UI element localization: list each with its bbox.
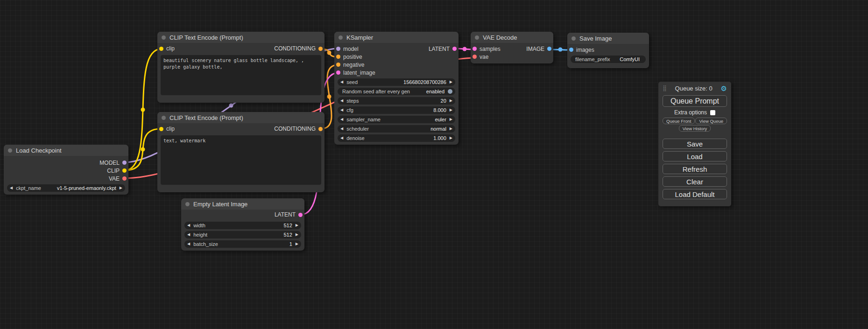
node-save-image[interactable]: Save Image images filename_prefix ComfyU… [567, 33, 649, 68]
output-slot-vae[interactable]: VAE [109, 175, 128, 182]
queue-front-button[interactable]: Queue Front [663, 118, 695, 124]
socket-negative-input[interactable] [336, 63, 340, 67]
socket-clip-input[interactable] [159, 47, 163, 51]
socket-vae-output[interactable] [122, 176, 127, 181]
socket-vae-input[interactable] [473, 55, 477, 59]
widget-width[interactable]: ◀ width 512 ▶ [184, 222, 301, 229]
increment-arrow-icon[interactable]: ▶ [120, 186, 122, 190]
decrement-arrow-icon[interactable]: ◀ [340, 118, 343, 121]
socket-clip-output[interactable] [122, 168, 127, 173]
collapse-dot[interactable] [339, 35, 343, 40]
input-slot-samples[interactable]: samples [471, 46, 501, 52]
increment-arrow-icon[interactable]: ▶ [296, 224, 298, 227]
increment-arrow-icon[interactable]: ▶ [450, 136, 452, 140]
node-graph-canvas[interactable]: Load Checkpoint MODEL CLIP VAE [0, 0, 868, 329]
input-slot-negative[interactable]: negative [334, 62, 364, 68]
decrement-arrow-icon[interactable]: ◀ [340, 99, 343, 103]
input-slot-vae[interactable]: vae [471, 54, 488, 60]
output-slot-conditioning[interactable]: CONDITIONING [274, 126, 325, 132]
input-slot-clip[interactable]: clip [157, 126, 175, 132]
output-slot-model[interactable]: MODEL [99, 160, 128, 166]
queue-prompt-button[interactable]: Queue Prompt [663, 95, 727, 107]
input-slot-clip[interactable]: clip [157, 45, 175, 52]
output-slot-latent[interactable]: LATENT [275, 211, 304, 218]
input-slot-positive[interactable]: positive [334, 54, 362, 60]
widget-ckpt-name[interactable]: ◀ ckpt_name v1-5-pruned-emaonly.ckpt ▶ [7, 184, 125, 192]
view-history-button[interactable]: View History [679, 125, 711, 132]
socket-conditioning-output[interactable] [318, 47, 323, 51]
decrement-arrow-icon[interactable]: ◀ [10, 186, 13, 190]
collapse-dot[interactable] [475, 35, 479, 40]
extra-options-checkbox[interactable] [710, 110, 715, 115]
refresh-button[interactable]: Refresh [663, 164, 727, 174]
node-title-bar[interactable]: CLIP Text Encode (Prompt) [157, 112, 325, 123]
collapse-dot[interactable] [572, 36, 576, 41]
decrement-arrow-icon[interactable]: ◀ [187, 233, 190, 237]
drag-handle-icon[interactable]: ⣿ [663, 85, 667, 91]
node-title-bar[interactable]: KSampler [334, 32, 459, 43]
widget-steps[interactable]: ◀ steps 20 ▶ [338, 97, 455, 105]
decrement-arrow-icon[interactable]: ◀ [340, 136, 343, 140]
socket-latent-output[interactable] [452, 47, 457, 51]
socket-latent-output[interactable] [298, 213, 303, 217]
load-default-button[interactable]: Load Default [663, 189, 727, 199]
node-empty-latent-image[interactable]: Empty Latent Image LATENT ◀ width 512 ▶ … [181, 198, 304, 251]
prompt-textarea[interactable]: beautiful scenery nature glass bottle la… [161, 55, 321, 95]
prompt-textarea[interactable]: text, watermark [161, 135, 321, 185]
socket-images-input[interactable] [569, 48, 573, 52]
node-title-bar[interactable]: Load Checkpoint [4, 145, 128, 156]
input-slot-latent-image[interactable]: latent_image [334, 70, 375, 76]
node-title-bar[interactable]: VAE Decode [471, 32, 553, 43]
increment-arrow-icon[interactable]: ▶ [296, 242, 298, 246]
socket-clip-input[interactable] [159, 127, 163, 131]
widget-seed[interactable]: ◀ seed 156680208700286 ▶ [338, 78, 455, 86]
increment-arrow-icon[interactable]: ▶ [450, 99, 452, 103]
collapse-dot[interactable] [185, 202, 190, 206]
socket-conditioning-output[interactable] [318, 127, 323, 131]
socket-model-output[interactable] [122, 161, 127, 165]
node-title-bar[interactable]: Save Image [567, 33, 649, 44]
toggle-indicator[interactable] [448, 89, 452, 94]
node-clip-text-encode-negative[interactable]: CLIP Text Encode (Prompt) clip CONDITION… [157, 112, 325, 192]
socket-samples-input[interactable] [473, 47, 477, 51]
widget-denoise[interactable]: ◀ denoise 1.000 ▶ [338, 134, 455, 142]
increment-arrow-icon[interactable]: ▶ [450, 108, 452, 112]
node-vae-decode[interactable]: VAE Decode samples IMAGE vae [471, 32, 553, 63]
output-slot-image[interactable]: IMAGE [526, 46, 553, 52]
output-slot-clip[interactable]: CLIP [107, 168, 128, 174]
collapse-dot[interactable] [162, 35, 166, 40]
widget-filename-prefix[interactable]: filename_prefix ComfyUI [571, 56, 646, 63]
clear-button[interactable]: Clear [663, 176, 727, 187]
node-title-bar[interactable]: CLIP Text Encode (Prompt) [157, 32, 325, 43]
decrement-arrow-icon[interactable]: ◀ [187, 224, 190, 227]
increment-arrow-icon[interactable]: ▶ [450, 80, 452, 84]
increment-arrow-icon[interactable]: ▶ [450, 118, 452, 121]
load-button[interactable]: Load [663, 151, 727, 161]
node-load-checkpoint[interactable]: Load Checkpoint MODEL CLIP VAE [4, 145, 128, 195]
widget-cfg[interactable]: ◀ cfg 8.000 ▶ [338, 106, 455, 114]
socket-positive-input[interactable] [336, 55, 340, 59]
settings-gear-icon[interactable]: ⚙ [721, 85, 727, 92]
socket-latent-image-input[interactable] [336, 70, 340, 75]
node-title-bar[interactable]: Empty Latent Image [181, 198, 304, 210]
socket-image-output[interactable] [547, 47, 551, 51]
increment-arrow-icon[interactable]: ▶ [296, 233, 298, 237]
input-slot-model[interactable]: model [334, 46, 359, 52]
input-slot-images[interactable]: images [567, 47, 594, 53]
socket-model-input[interactable] [336, 47, 340, 51]
decrement-arrow-icon[interactable]: ◀ [340, 108, 343, 112]
widget-batch-size[interactable]: ◀ batch_size 1 ▶ [184, 240, 301, 248]
decrement-arrow-icon[interactable]: ◀ [187, 242, 190, 246]
node-ksampler[interactable]: KSampler model LATENT positive [334, 32, 459, 145]
widget-height[interactable]: ◀ height 512 ▶ [184, 231, 301, 238]
increment-arrow-icon[interactable]: ▶ [450, 127, 452, 131]
node-clip-text-encode-positive[interactable]: CLIP Text Encode (Prompt) clip CONDITION… [157, 32, 325, 103]
widget-control-after-generate[interactable]: Random seed after every gen enabled [338, 88, 455, 95]
decrement-arrow-icon[interactable]: ◀ [340, 127, 343, 131]
collapse-dot[interactable] [8, 148, 12, 153]
save-button[interactable]: Save [663, 139, 727, 149]
collapse-dot[interactable] [162, 116, 166, 120]
output-slot-conditioning[interactable]: CONDITIONING [274, 45, 325, 52]
output-slot-latent[interactable]: LATENT [429, 46, 459, 52]
view-queue-button[interactable]: View Queue [695, 118, 727, 124]
